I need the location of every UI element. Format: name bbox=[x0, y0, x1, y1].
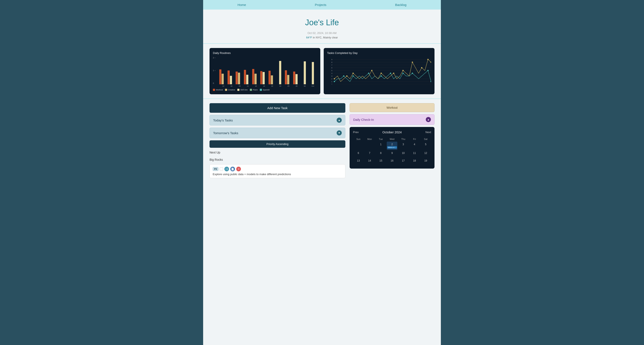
y-axis: 2 – 1 – 0 bbox=[213, 57, 216, 84]
svg-point-31 bbox=[346, 75, 348, 77]
cal-day-18[interactable]: 18 bbox=[409, 158, 420, 165]
cal-day-15[interactable]: 15 bbox=[376, 158, 386, 165]
workout-banner: Workout bbox=[350, 103, 434, 112]
svg-point-24 bbox=[380, 75, 382, 77]
svg-point-28 bbox=[427, 70, 428, 71]
svg-text:3: 3 bbox=[331, 75, 332, 77]
calendar-next-button[interactable]: Next bbox=[425, 130, 431, 134]
right-panel: Workout Daily Check-In ▲ Prev October 20… bbox=[350, 103, 434, 178]
svg-point-27 bbox=[412, 72, 413, 74]
big-rocks-label: Big Rocks bbox=[210, 157, 345, 162]
cal-day-19[interactable]: 19 bbox=[420, 158, 431, 165]
cal-header-fri: Fri bbox=[409, 137, 420, 141]
task-text: Explore using public data + models to ma… bbox=[213, 172, 342, 176]
svg-point-32 bbox=[352, 72, 354, 74]
priority-button[interactable]: Priority Ascending bbox=[210, 140, 345, 148]
x-axis-labels: 020809 111618 222425 2630Oct bbox=[213, 85, 317, 87]
task-priority-badge: P2 bbox=[213, 167, 218, 171]
bar-chart-area: 2 – 1 – 0 bbox=[213, 57, 317, 84]
content-section: Add New Task Today's Tasks ▲ Tomorrow's … bbox=[203, 99, 441, 182]
todays-tasks-label: Today's Tasks bbox=[213, 118, 233, 122]
chart-legend: Workout Creative Skill Dev Piano Spanish bbox=[213, 89, 317, 91]
cal-day-4[interactable]: 4 bbox=[409, 142, 420, 150]
svg-point-22 bbox=[352, 75, 354, 77]
cal-day-9[interactable]: 9 bbox=[387, 150, 398, 158]
calendar-header: Prev October 2024 Next bbox=[353, 130, 431, 134]
svg-point-35 bbox=[393, 72, 394, 74]
task-item-controls: P2 +1 📄 ✕ bbox=[213, 167, 342, 171]
cal-day-empty bbox=[353, 142, 364, 150]
svg-text:2: 2 bbox=[331, 78, 332, 80]
calendar-grid: Sun Mon Tue Wed Thu Fri Sat 1 2Work w I.… bbox=[353, 137, 431, 165]
svg-text:1: 1 bbox=[331, 81, 332, 82]
svg-text:9: 9 bbox=[331, 58, 332, 60]
app-title: Joe's Life bbox=[208, 18, 436, 27]
svg-text:0: 0 bbox=[331, 84, 332, 84]
task-checkbox[interactable] bbox=[220, 167, 223, 171]
task-delete-button[interactable]: ✕ bbox=[236, 167, 241, 171]
bar-chart-box: Daily Routines 2 – 1 – 0 bbox=[210, 48, 320, 94]
left-panel: Add New Task Today's Tasks ▲ Tomorrow's … bbox=[210, 103, 345, 178]
cal-day-12[interactable]: 12 bbox=[420, 150, 431, 158]
cal-day-7[interactable]: 7 bbox=[364, 150, 375, 158]
calendar-month-title: October 2024 bbox=[382, 130, 402, 134]
svg-point-25 bbox=[390, 72, 391, 74]
svg-point-30 bbox=[334, 78, 335, 80]
tomorrows-tasks-header[interactable]: Tomorrow's Tasks ▼ bbox=[210, 128, 345, 138]
weather-temp: 64°F bbox=[306, 36, 312, 39]
task-item: P2 +1 📄 ✕ Explore using public data + mo… bbox=[210, 164, 345, 178]
cal-day-13[interactable]: 13 bbox=[353, 158, 364, 165]
cal-day-3[interactable]: 3 bbox=[398, 142, 408, 150]
svg-point-23 bbox=[368, 72, 369, 74]
tomorrows-tasks-chevron: ▼ bbox=[337, 130, 342, 136]
svg-point-20 bbox=[334, 81, 335, 82]
cal-day-17[interactable]: 17 bbox=[398, 158, 408, 165]
header-section: Joe's Life Oct 02, 2024, 10:38 AM 64°F i… bbox=[203, 10, 441, 43]
task-doc-button[interactable]: 📄 bbox=[230, 167, 235, 171]
cal-day-5[interactable]: 5 bbox=[420, 142, 431, 150]
svg-text:6: 6 bbox=[331, 67, 332, 69]
cal-day-1[interactable]: 1 bbox=[376, 142, 386, 150]
cal-day-6[interactable]: 6 bbox=[353, 150, 364, 158]
calendar-box: Prev October 2024 Next Sun Mon Tue Wed T… bbox=[350, 127, 434, 168]
weather-text: 64°F in NYC, Mainly clear bbox=[208, 36, 436, 39]
svg-point-37 bbox=[412, 62, 413, 63]
todays-tasks-header[interactable]: Today's Tasks ▲ bbox=[210, 115, 345, 126]
nav-bar: Home Projects Backlog bbox=[203, 0, 441, 10]
svg-point-34 bbox=[380, 72, 382, 74]
cal-day-10[interactable]: 10 bbox=[398, 150, 408, 158]
svg-point-21 bbox=[343, 75, 344, 77]
svg-point-29 bbox=[430, 81, 431, 82]
bar-chart bbox=[213, 57, 317, 84]
svg-text:8: 8 bbox=[331, 61, 332, 63]
tomorrows-tasks-label: Tomorrow's Tasks bbox=[213, 131, 238, 135]
todays-tasks-chevron: ▲ bbox=[337, 118, 342, 123]
bar-chart-title: Daily Routines bbox=[213, 52, 317, 54]
svg-point-36 bbox=[402, 70, 404, 71]
svg-text:5: 5 bbox=[331, 70, 332, 72]
cal-day-16[interactable]: 16 bbox=[387, 158, 398, 165]
daily-checkin-header[interactable]: Daily Check-In ▲ bbox=[350, 114, 434, 125]
cal-header-thu: Thu bbox=[398, 137, 408, 141]
cal-header-tue: Tue bbox=[376, 137, 386, 141]
cal-header-wed: Wed bbox=[387, 137, 398, 141]
svg-point-38 bbox=[421, 67, 422, 68]
nav-projects[interactable]: Projects bbox=[310, 2, 330, 8]
add-task-button[interactable]: Add New Task bbox=[210, 103, 345, 113]
cal-header-mon: Mon bbox=[364, 137, 375, 141]
task-plus-button[interactable]: +1 bbox=[224, 167, 229, 171]
nav-backlog[interactable]: Backlog bbox=[391, 2, 411, 8]
line-chart-title: Tasks Completed by Day bbox=[327, 52, 431, 54]
cal-day-14[interactable]: 14 bbox=[364, 158, 375, 165]
cal-day-2[interactable]: 2Work w I... bbox=[387, 142, 398, 150]
datetime-text: Oct 02, 2024, 10:38 AM bbox=[208, 32, 436, 34]
cal-day-empty bbox=[364, 142, 375, 150]
cal-day-8[interactable]: 8 bbox=[376, 150, 386, 158]
daily-checkin-chevron: ▲ bbox=[426, 117, 431, 122]
calendar-prev-button[interactable]: Prev bbox=[353, 130, 359, 134]
nav-home[interactable]: Home bbox=[233, 2, 250, 8]
line-chart-area: 9 8 7 6 5 4 3 2 1 0 bbox=[327, 57, 431, 84]
weather-desc: in NYC, Mainly clear bbox=[312, 36, 338, 39]
svg-text:4: 4 bbox=[331, 72, 332, 74]
cal-day-11[interactable]: 11 bbox=[409, 150, 420, 158]
